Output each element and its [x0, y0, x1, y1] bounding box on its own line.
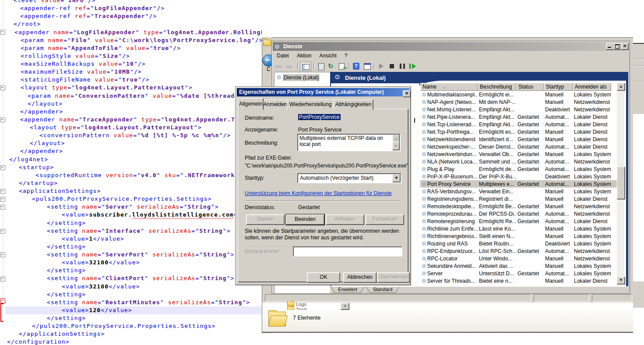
code-line[interactable]: </setting> — [6, 291, 262, 299]
scroll-down-button[interactable]: ▼ — [617, 277, 625, 285]
ok-button[interactable]: OK — [307, 272, 340, 283]
services-list[interactable]: Name▲BeschreibungStatusStarttypAnmelden … — [420, 83, 617, 285]
fold-toggle-icon[interactable] — [0, 189, 5, 194]
dienstname-value[interactable]: PortProxyService — [298, 114, 341, 120]
code-line[interactable]: </setting> — [6, 267, 262, 274]
xml-editor[interactable]: <level value="INFO"/><appender-ref ref="… — [0, 0, 262, 345]
scrollbar-thumb[interactable] — [617, 167, 625, 199]
selected-service-row[interactable]: ⚙Port Proxy ServiceMultiplexes e...Gesta… — [420, 180, 617, 188]
code-line[interactable]: <value>subscriber.lloydslistintelligence… — [6, 211, 262, 219]
refresh-toolbar-icon[interactable] — [327, 62, 336, 71]
code-line[interactable]: </layout> — [6, 139, 262, 147]
fold-toggle-icon[interactable] — [0, 117, 5, 122]
maximize-button[interactable] — [613, 43, 621, 50]
column-header-starttyp[interactable]: Starttyp — [544, 83, 573, 91]
menu-bar[interactable]: DateiAktionAnsicht? — [273, 51, 628, 60]
column-header-name[interactable]: Name▲ — [420, 83, 478, 91]
fold-toggle-icon[interactable] — [0, 197, 5, 202]
service-row[interactable]: ⚙PnP-X-IP-Busenum...Der PnP-X-Bu...Deakt… — [420, 173, 617, 180]
extended-toolbar-icon[interactable] — [362, 62, 372, 71]
startoptions-help-link[interactable]: Unterstützung beim Konfigurieren der Sta… — [245, 190, 392, 196]
minimize-button[interactable] — [606, 43, 614, 50]
code-line[interactable]: </root> — [6, 20, 262, 28]
code-line[interactable]: <setting name="ServerPort" serializeAs="… — [6, 251, 262, 259]
service-row[interactable]: ⚙NLA (Network Loca...Sammelt und ...Gest… — [420, 158, 617, 165]
code-line[interactable]: <value>32100</value> — [6, 259, 262, 267]
column-header-anmeldenals[interactable]: Anmelden als — [573, 83, 611, 91]
list-header-row[interactable]: Name▲BeschreibungStatusStarttypAnmelden … — [420, 83, 617, 91]
code-line[interactable]: <maxSizeRollBackups value="10"/> — [6, 60, 262, 68]
code-line[interactable]: <applicationSettings> — [6, 187, 262, 195]
service-row[interactable]: ⚙Remoteprozedurau...Der RPCSS-Di...Gesta… — [420, 210, 617, 217]
service-row[interactable]: ⚙Server für Threads...Bietet eine n...Ma… — [420, 277, 617, 285]
abbrechen-button[interactable]: Abbrechen — [343, 272, 377, 283]
scroll-down-icon[interactable]: ▼ — [392, 142, 400, 150]
services-title-bar[interactable]: ⚙ Dienste × — [273, 42, 628, 51]
service-row[interactable]: ⚙Sekundäre Anmeld...Aktiviert das ...Man… — [420, 262, 617, 270]
service-row[interactable]: ⚙Netzwerkverbindun...Verwaltet Ob...Gest… — [420, 150, 617, 158]
code-line[interactable]: <value>32100</value> — [6, 283, 262, 291]
code-line[interactable]: <layout type="log4net.Layout.PatternLayo… — [6, 124, 262, 132]
service-row[interactable]: ⚙Plug & PlayErmöglicht de...GestartetAut… — [420, 165, 617, 173]
column-header-status[interactable]: Status — [516, 83, 544, 91]
service-row[interactable]: ⚙RAS-Verbindungsv...Verwaltet Ein...Manu… — [420, 188, 617, 195]
service-row[interactable]: ⚙Remotedesktopdie...Ermöglicht Be...Gest… — [420, 203, 617, 210]
code-line[interactable]: <maximumFileSize value="10MB"/> — [6, 68, 262, 76]
service-row[interactable]: ⚙Net.Msmq-Listener...Empfängt Akt...Deak… — [420, 106, 617, 113]
props-toolbar-icon[interactable] — [316, 62, 326, 71]
code-line[interactable]: <param name="File" value="C:\work\logs\P… — [6, 36, 262, 44]
code-line[interactable]: </setting> — [6, 243, 262, 251]
service-row[interactable]: ⚙ServerUnterstützt D...GestartetAutomat.… — [420, 270, 617, 277]
close-icon[interactable]: × — [403, 90, 411, 97]
code-line[interactable]: </log4net> — [6, 156, 262, 164]
service-row[interactable]: ⚙Richtlinienergebniss...Stellt einen N..… — [420, 232, 617, 240]
tree-toolbar-icon[interactable] — [300, 62, 311, 71]
tab-allgemein[interactable]: Allgemein — [238, 98, 264, 110]
stop-toolbar-icon[interactable] — [387, 62, 397, 71]
code-line[interactable]: <param name="ConversionPattern" value="%… — [6, 92, 262, 100]
code-folding-gutter[interactable] — [0, 0, 6, 345]
service-row[interactable]: ⚙Richtlinie zum Entfe...Lässt eine Ko...… — [420, 225, 617, 232]
code-line[interactable]: <appender-ref ref="LogFileAppender"/> — [6, 4, 262, 12]
starttyp-combobox[interactable]: Automatisch (Verzögerter Start) ▼ — [297, 173, 401, 183]
code-line[interactable]: </appender> — [6, 108, 262, 116]
service-row[interactable]: ⚙RemoteregistrierungErmöglicht Re...Gest… — [420, 217, 617, 225]
service-row[interactable]: ⚙RPC-LocatorUnter Windo...ManuellNetzwer… — [420, 255, 617, 262]
menu-item-[interactable]: ? — [341, 51, 352, 60]
tree-item-dienste-lokal[interactable]: ⚙Dienste (Lokal) — [276, 74, 320, 81]
code-line[interactable]: <appender-ref ref="TraceAppender"/> — [6, 12, 262, 20]
service-row[interactable]: ⚙Net.Tcp-Portfreiga...Ermöglicht es...Ge… — [420, 128, 617, 135]
code-line[interactable]: <appender name="LogFileAppender" type="l… — [6, 28, 262, 36]
fold-toggle-icon[interactable] — [0, 165, 5, 170]
code-line[interactable]: <conversionPattern value="%d [%t] %-5p %… — [6, 132, 262, 139]
tab-anmelden[interactable]: Anmelden — [263, 100, 288, 110]
beenden-button[interactable]: Beenden — [286, 214, 324, 225]
code-line[interactable]: </applicationSettings> — [6, 330, 262, 338]
fold-toggle-icon[interactable] — [0, 277, 5, 281]
fold-toggle-icon[interactable] — [0, 30, 5, 35]
code-line[interactable]: <level value="INFO"/> — [6, 0, 262, 4]
code-line[interactable]: <value>1</value> — [6, 235, 262, 243]
fold-toggle-icon[interactable] — [0, 299, 5, 303]
code-line[interactable]: <appender name="TraceAppender" type="log… — [6, 116, 262, 124]
fold-toggle-icon[interactable] — [0, 253, 5, 257]
chevron-down-icon[interactable]: ▼ — [392, 174, 401, 182]
close-button[interactable]: × — [621, 43, 629, 50]
code-line[interactable]: <setting name="ClientPort" serializeAs="… — [6, 274, 262, 282]
fold-toggle-icon[interactable] — [0, 205, 5, 210]
service-row[interactable]: ⚙Registrierungsdiens...Registriert di...… — [420, 195, 617, 203]
service-row[interactable]: ⚙NAP-Agent (Netwo...Mit dem NAP-...Manue… — [420, 98, 617, 106]
service-row[interactable]: ⚙Net.Tcp-Listenerad...Empfängt Akt...Ges… — [420, 121, 617, 128]
code-line[interactable]: </setting> — [6, 219, 262, 227]
dialog-title-bar[interactable]: Eigenschaften von Port Proxy Service (Lo… — [237, 88, 409, 96]
help-toolbar-icon[interactable] — [352, 62, 361, 71]
dropdown-button[interactable]: ▼ — [341, 303, 349, 310]
view-tab-erweitert[interactable]: Erweitert — [331, 287, 364, 293]
code-line[interactable]: </configuration> — [6, 338, 262, 345]
code-line[interactable]: <startup> — [6, 164, 262, 171]
explorer-folder-tree[interactable]: ▼ LogsTools — [262, 302, 633, 310]
code-line[interactable]: </puls200.PortProxyService.Properties.Se… — [6, 322, 262, 330]
code-line[interactable]: </layout> — [6, 100, 262, 108]
list-scrollbar[interactable]: ▲ ▼ — [617, 83, 624, 285]
restart-toolbar-icon[interactable] — [408, 62, 418, 71]
